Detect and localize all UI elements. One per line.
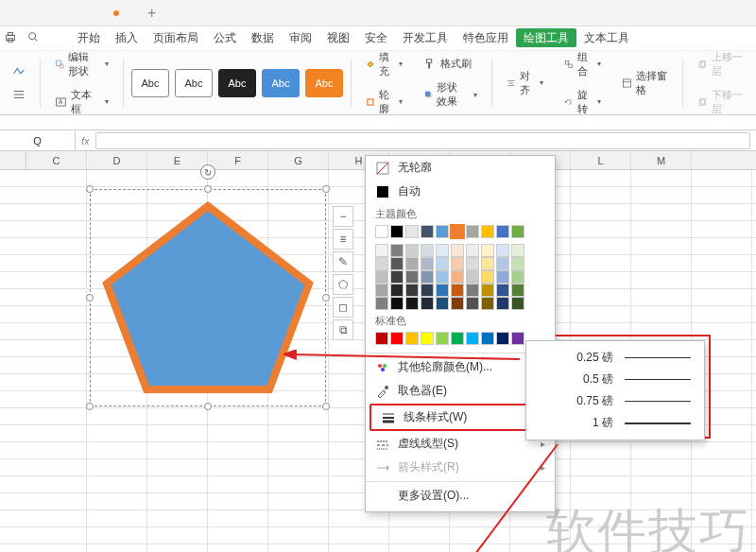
color-swatch[interactable] [451,284,464,297]
color-swatch[interactable] [496,270,509,284]
color-swatch[interactable] [390,284,404,297]
color-swatch[interactable] [511,332,524,345]
textbox-button[interactable]: A 文本框▾ [48,85,115,119]
mini-tool-0[interactable]: − [333,206,353,227]
color-swatch[interactable] [436,284,449,297]
color-swatch[interactable] [375,225,388,238]
resize-handle[interactable] [86,403,94,410]
color-swatch[interactable] [390,244,404,257]
auto-color-item[interactable]: 自动 [366,180,555,203]
color-swatch[interactable] [405,284,419,297]
format-painter-button[interactable]: 格式刷 [417,54,484,74]
color-swatch[interactable] [436,270,449,284]
menu-item-4[interactable]: 数据 [244,28,282,47]
line-weight-option[interactable]: 0.75 磅 [526,390,704,412]
mini-tool-1[interactable]: ≡ [333,229,353,250]
menu-item-10[interactable]: 绘图工具 [516,28,576,47]
pentagon-shape[interactable] [99,198,317,397]
color-swatch[interactable] [390,297,404,310]
color-swatch[interactable] [375,297,388,310]
color-swatch[interactable] [375,270,388,284]
color-swatch[interactable] [481,332,494,345]
color-swatch[interactable] [511,225,524,238]
rotate-button[interactable]: 旋转▾ [558,85,608,119]
column-header[interactable]: M [631,151,692,169]
resize-handle[interactable] [86,294,94,302]
color-swatch[interactable] [421,332,434,345]
shape-selection[interactable]: ↻ [90,189,326,406]
color-swatch[interactable] [436,225,449,238]
menu-item-5[interactable]: 审阅 [282,28,319,47]
menu-item-3[interactable]: 公式 [206,28,244,47]
style-sample-4[interactable]: Abc [262,69,300,97]
color-swatch[interactable] [496,332,509,345]
resize-handle[interactable] [204,185,212,193]
color-swatch[interactable] [375,332,388,345]
color-swatch[interactable] [421,284,434,297]
spreadsheet-grid[interactable]: CDEFGHIJKLM ↻ −≡✎⬠◻⧉ 无轮廓 自动 主题颜色 标准色 [0,151,756,552]
mini-tool-5[interactable]: ⧉ [333,319,353,340]
color-swatch[interactable] [421,225,434,238]
resize-handle[interactable] [322,403,330,410]
color-swatch[interactable] [390,257,404,270]
color-swatch[interactable] [466,297,479,310]
color-swatch[interactable] [496,257,509,270]
print-icon[interactable] [4,30,17,46]
column-header[interactable]: G [268,151,329,169]
color-swatch[interactable] [481,270,494,284]
shape-effects-button[interactable]: 形状效果▾ [417,78,484,112]
resize-handle[interactable] [322,294,330,302]
color-swatch[interactable] [481,284,494,297]
align-button[interactable]: 对齐▾ [500,66,550,100]
color-swatch[interactable] [390,270,404,284]
color-swatch[interactable] [375,284,388,297]
menu-item-1[interactable]: 插入 [108,28,146,47]
menu-item-2[interactable]: 页面布局 [146,28,206,47]
color-swatch[interactable] [481,244,494,257]
mini-tool-3[interactable]: ⬠ [333,274,353,295]
color-swatch[interactable] [405,225,419,238]
color-swatch[interactable] [421,257,434,270]
color-swatch[interactable] [436,257,449,270]
color-swatch[interactable] [466,270,479,284]
color-swatch[interactable] [405,244,419,257]
color-swatch[interactable] [436,332,449,345]
shape-style-gallery[interactable]: Abc Abc Abc Abc Abc [131,69,343,97]
color-swatch[interactable] [466,257,479,270]
line-weight-option[interactable]: 0.5 磅 [526,369,704,390]
line-weight-option[interactable]: 1 磅 [526,412,704,434]
color-swatch[interactable] [390,225,404,238]
color-swatch[interactable] [421,270,434,284]
edit-shape-button[interactable]: 编辑形状▾ [48,47,115,81]
color-swatch[interactable] [451,244,464,257]
color-swatch[interactable] [481,297,494,310]
color-swatch[interactable] [466,284,479,297]
color-swatch[interactable] [375,257,388,270]
style-sample-3[interactable]: Abc [218,69,256,97]
color-swatch[interactable] [511,270,524,284]
color-swatch[interactable] [451,270,464,284]
color-swatch[interactable] [436,244,449,257]
style-sample-5[interactable]: Abc [305,69,343,97]
color-swatch[interactable] [451,257,464,270]
style-sample-1[interactable]: Abc [131,69,169,97]
color-swatch[interactable] [496,297,509,310]
color-swatch[interactable] [466,332,479,345]
column-header[interactable]: E [147,151,208,169]
color-swatch[interactable] [496,225,509,238]
color-swatch[interactable] [451,297,464,310]
color-swatch[interactable] [511,284,524,297]
resize-handle[interactable] [322,185,330,193]
mini-tool-2[interactable]: ✎ [333,251,353,272]
rotate-handle-icon[interactable]: ↻ [200,164,215,180]
color-swatch[interactable] [405,297,419,310]
preview-icon[interactable] [26,30,40,46]
color-swatch[interactable] [375,244,388,257]
selection-pane-button[interactable]: 选择窗格 [615,66,675,100]
column-header[interactable]: L [571,151,631,169]
color-swatch[interactable] [481,225,494,238]
color-swatch[interactable] [405,332,419,345]
column-header[interactable]: D [87,151,147,169]
line-style-item[interactable]: 线条样式(W) ▸ [369,404,551,431]
more-settings-item[interactable]: 更多设置(O)... [366,484,555,508]
